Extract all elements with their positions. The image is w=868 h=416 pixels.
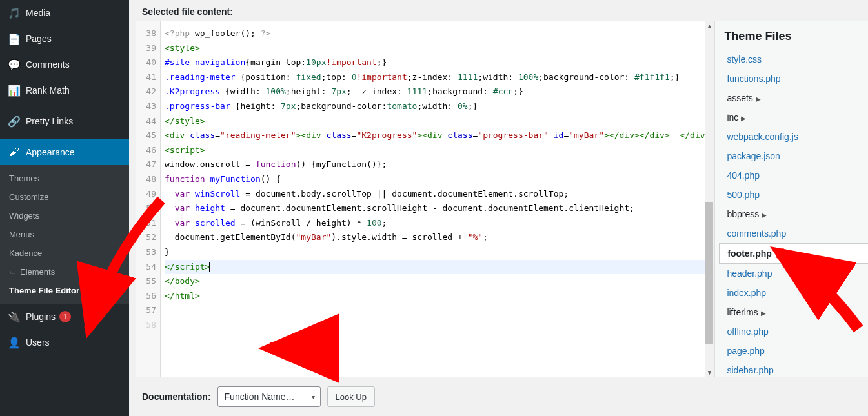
theme-file-offline-php[interactable]: offline.php <box>715 322 868 341</box>
line-number: 38 <box>136 26 156 41</box>
theme-file-page-php[interactable]: page.php <box>715 341 868 361</box>
line-number-gutter: 3738394041424344454647484950515253545556… <box>136 21 161 377</box>
sidebar-item-comments[interactable]: 💬Comments <box>0 52 129 77</box>
comment-icon: 💬 <box>8 58 21 71</box>
update-badge: 1 <box>59 311 71 322</box>
chevron-right-icon: ▶ <box>761 310 766 317</box>
code-content[interactable]: <?php wp_footer(); ?><style>#site-naviga… <box>161 21 714 377</box>
theme-files-heading: Theme Files <box>715 30 868 50</box>
code-line[interactable]: </style> <box>165 114 710 129</box>
file-label: index.php <box>727 288 766 298</box>
sidebar-item-media[interactable]: 🎵Media <box>0 0 129 26</box>
submenu-item-themes[interactable]: Themes <box>0 169 129 188</box>
sidebar-item-users[interactable]: 👤Users <box>0 330 129 355</box>
code-line[interactable]: var height = document.documentElement.sc… <box>165 201 710 216</box>
theme-file-webpack-config-js[interactable]: webpack.config.js <box>715 127 868 146</box>
file-label: 404.php <box>727 170 760 181</box>
line-number: 42 <box>136 84 156 99</box>
submenu-item-customize[interactable]: Customize <box>0 188 129 206</box>
line-number: 50 <box>136 201 156 216</box>
file-label: lifterlms <box>727 307 758 317</box>
link-icon: 🔗 <box>8 115 21 128</box>
code-line[interactable]: </body> <box>165 274 710 289</box>
code-line[interactable]: } <box>165 245 710 260</box>
theme-file-bbpress[interactable]: bbpress▶ <box>715 204 868 224</box>
scroll-up-arrow[interactable]: ▲ <box>705 21 714 30</box>
theme-file-assets[interactable]: assets▶ <box>715 88 868 108</box>
theme-file-functions-php[interactable]: functions.php <box>715 69 868 88</box>
sidebar-item-label: Media <box>26 8 50 18</box>
main-content: Selected file content: 37383940414243444… <box>129 0 868 416</box>
line-number: 49 <box>136 187 156 202</box>
app-root: 🎵Media📄Pages💬Comments📊Rank Math🔗Pretty L… <box>0 0 868 416</box>
theme-file-500-php[interactable]: 500.php <box>715 185 868 204</box>
scrollbar-thumb[interactable] <box>705 202 713 344</box>
sidebar-item-appearance[interactable]: 🖌Appearance <box>0 139 129 165</box>
submenu-item-label: Theme File Editor <box>9 286 79 295</box>
code-line[interactable]: document.getElementById("myBar").style.w… <box>165 230 710 245</box>
theme-file-style-css[interactable]: style.css <box>715 50 868 69</box>
code-line[interactable]: <?php wp_footer(); ?> <box>165 26 710 41</box>
theme-file-index-php[interactable]: index.php <box>715 283 868 302</box>
line-number: 57 <box>136 303 156 318</box>
theme-file-footer-php[interactable]: footer.php <box>719 243 868 264</box>
code-line[interactable]: <style> <box>165 41 710 56</box>
sidebar-item-plugins[interactable]: 🔌Plugins1 <box>0 304 129 330</box>
submenu-item-elements[interactable]: ⌙Elements <box>0 262 129 281</box>
sidebar-item-label: Appearance <box>26 147 75 157</box>
code-line[interactable]: window.onscroll = function() {myFunction… <box>165 157 710 172</box>
submenu-item-theme-file-editor[interactable]: Theme File Editor <box>0 281 129 300</box>
code-line[interactable]: <div class="reading-meter"><div class="K… <box>165 128 710 143</box>
theme-file-inc[interactable]: inc▶ <box>715 108 868 127</box>
theme-file-header-php[interactable]: header.php <box>715 264 868 283</box>
code-line[interactable]: </html> <box>165 289 710 304</box>
code-line[interactable]: function myFunction() { <box>165 172 710 187</box>
code-line[interactable]: var winScroll = document.body.scrollTop … <box>165 187 710 202</box>
submenu-item-label: Customize <box>9 192 48 202</box>
submenu-item-widgets[interactable]: Widgets <box>0 206 129 225</box>
theme-file-404-php[interactable]: 404.php <box>715 166 868 185</box>
chevron-right-icon: ▶ <box>756 95 761 103</box>
code-editor[interactable]: 3738394041424344454647484950515253545556… <box>136 21 714 377</box>
theme-file-comments-php[interactable]: comments.php <box>715 224 868 243</box>
line-number: 47 <box>136 157 156 172</box>
file-label: package.json <box>727 151 780 161</box>
submenu-item-kadence[interactable]: Kadence <box>0 244 129 262</box>
sidebar-item-label: Pages <box>26 34 52 44</box>
sidebar-item-label: Rank Math <box>26 85 70 95</box>
file-label: footer.php <box>727 248 771 259</box>
page-icon: 📄 <box>8 32 21 45</box>
file-label: bbpress <box>727 209 759 219</box>
sidebar-item-pages[interactable]: 📄Pages <box>0 26 129 52</box>
scroll-down-arrow[interactable]: ▼ <box>705 368 714 377</box>
select-value: Function Name… <box>225 391 295 402</box>
code-line[interactable]: #site-navigation{margin-top:10px!importa… <box>165 55 710 70</box>
code-line[interactable]: .K2progress {width: 100%;height: 7px; z-… <box>165 84 710 99</box>
user-icon: 👤 <box>8 336 21 349</box>
submenu-item-label: Kadence <box>9 248 42 258</box>
code-line[interactable]: <script> <box>165 143 710 158</box>
theme-file-package-json[interactable]: package.json <box>715 146 868 166</box>
submenu-item-label: Themes <box>9 173 39 183</box>
code-line[interactable]: .reading-meter {position: fixed;top: 0!i… <box>165 70 710 85</box>
sidebar-item-pretty-links[interactable]: 🔗Pretty Links <box>0 108 129 134</box>
line-number: 39 <box>136 41 156 56</box>
lookup-button[interactable]: Look Up <box>327 386 375 407</box>
theme-file-sidebar-php[interactable]: sidebar.php <box>715 361 868 377</box>
file-label: webpack.config.js <box>727 132 798 142</box>
line-number: 55 <box>136 274 156 289</box>
submenu-item-menus[interactable]: Menus <box>0 225 129 244</box>
line-number: 44 <box>136 114 156 129</box>
sidebar-item-rank-math[interactable]: 📊Rank Math <box>0 77 129 103</box>
code-line[interactable]: </script> <box>165 260 710 275</box>
theme-file-lifterlms[interactable]: lifterlms▶ <box>715 302 868 322</box>
function-name-select[interactable]: Function Name… ▾ <box>217 386 321 407</box>
code-line[interactable]: var scrolled = (winScroll / height) * 10… <box>165 216 710 231</box>
line-number: 45 <box>136 128 156 143</box>
media-icon: 🎵 <box>8 6 21 19</box>
code-line[interactable]: .progress-bar {height: 7px;background-co… <box>165 99 710 114</box>
file-label: page.php <box>727 346 764 356</box>
appearance-submenu: ThemesCustomizeWidgetsMenusKadence⌙Eleme… <box>0 165 129 304</box>
vertical-scrollbar[interactable]: ▲ ▼ <box>705 21 714 377</box>
line-number: 51 <box>136 216 156 231</box>
